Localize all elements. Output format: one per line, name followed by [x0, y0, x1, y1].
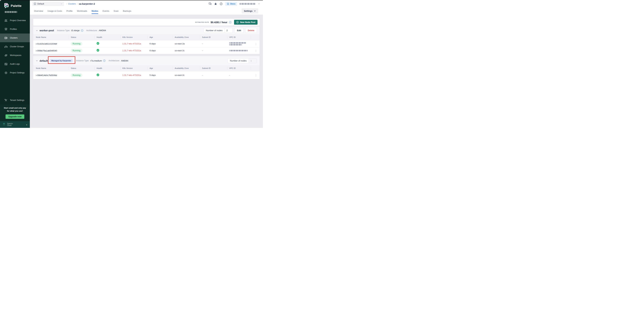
node-pool-worker-pool: worker-pool Instance Type: t3.xlarge i A… — [33, 27, 260, 54]
instance-type-info-icon[interactable]: i — [103, 59, 106, 62]
gear-icon — [4, 71, 8, 74]
vpc-id: - — [229, 74, 253, 76]
tab-events[interactable]: Events — [102, 7, 109, 14]
tab-usage-costs[interactable]: Usage & Costs — [48, 7, 62, 14]
tab-profile[interactable]: Profile — [66, 7, 72, 14]
docs-button[interactable]: Docs — [225, 2, 237, 6]
collapse-sidebar-icon[interactable]: ‹ — [26, 123, 27, 126]
spectro-cloud-brand: Spectro Cloud — [7, 123, 13, 126]
status-badge: Running — [71, 49, 82, 52]
column-availability-zone: Availability Zone — [175, 34, 202, 40]
availability-zone: us-east-2c — [175, 49, 202, 52]
number-of-nodes-input[interactable]: 2 — [224, 28, 232, 33]
breadcrumb-clusters-link[interactable]: Clusters — [68, 3, 76, 5]
layers-icon — [4, 28, 8, 31]
breadcrumb-separator: / — [77, 3, 78, 5]
table-row: i-01420c3d5210204bf Running 1.31.7-eks-4… — [33, 40, 260, 47]
sidebar-item-label: Project Settings — [10, 71, 25, 74]
subnet-id: - — [202, 42, 229, 45]
edit-pool-button[interactable]: Edit — [234, 28, 244, 33]
new-node-pool-button[interactable]: New Node Pool — [234, 20, 258, 25]
collapse-pool-chevron-icon[interactable] — [36, 29, 38, 31]
estimated-rate-label: ESTIMATED RATE — [195, 21, 209, 23]
node-age: 6 days — [150, 42, 175, 45]
sidebar-item-profiles[interactable]: Profiles — [0, 25, 30, 33]
row-menu-icon[interactable]: ⋮ — [253, 74, 260, 77]
breadcrumb: / Clusters / sa-karpenter-2 — [66, 2, 95, 5]
sidebar-item-cluster-groups[interactable]: Cluster Groups — [0, 42, 30, 51]
sidebar-item-label: Project Overview — [10, 19, 26, 22]
instance-type-value: r7a.medium — [90, 59, 102, 62]
project-selector-dropdown[interactable]: Default — [32, 1, 64, 6]
tab-backups[interactable]: Backups — [123, 7, 131, 14]
top-bar: Default / Clusters / sa-karpenter-2 Docs — [30, 0, 263, 7]
chat-feedback-icon[interactable] — [208, 2, 212, 5]
nodes-content: ESTIMATED RATE $0.4281 / hour i New Node… — [30, 14, 263, 128]
help-compass-icon[interactable] — [220, 2, 223, 5]
tab-workloads[interactable]: Workloads — [77, 7, 87, 14]
sidebar-item-project-overview[interactable]: Project Overview — [0, 16, 30, 25]
node-name: i-0984f14b0c7b5506d — [36, 74, 71, 77]
sidebar-item-audit-logs[interactable]: Audit Logs — [0, 60, 30, 68]
instance-type-info-icon[interactable]: i — [81, 29, 83, 32]
sidebar-item-tenant-settings[interactable]: Tenant Settings — [0, 96, 30, 105]
plus-circle-icon — [236, 21, 239, 23]
estimated-rate-value: $0.4281 / hour — [210, 21, 227, 24]
project-name-redacted — [5, 11, 17, 13]
rate-info-icon[interactable]: i — [229, 21, 232, 23]
sidebar-item-clusters[interactable]: Clusters — [0, 33, 30, 42]
upgrade-now-button[interactable]: Upgrade now — [6, 114, 24, 119]
column-age: Age — [150, 34, 175, 40]
health-check-icon — [96, 42, 122, 45]
health-check-icon — [96, 49, 122, 52]
architecture-value: AMD64 — [121, 59, 128, 62]
promo-line-2: for what you use! — [2, 110, 28, 113]
sidebar-item-project-settings[interactable]: Project Settings — [0, 68, 30, 77]
sidebar-item-workspaces[interactable]: Workspaces — [0, 51, 30, 60]
sidebar-nav: Project Overview Profiles Clusters Clust… — [0, 16, 30, 77]
collapse-pool-chevron-icon[interactable] — [36, 60, 38, 62]
column-k8s-version: K8s Version — [122, 34, 150, 40]
breadcrumb-separator: / — [66, 3, 67, 5]
vpc-id-redacted — [229, 50, 253, 51]
spectro-cloud-logo-icon — [2, 123, 6, 126]
logo-text: Palette — [11, 4, 22, 8]
number-of-nodes-input-disabled: 1 — [249, 58, 257, 63]
pool-name: worker-pool — [40, 29, 54, 32]
k8s-version: 1.31.7-eks-473151a — [122, 74, 150, 76]
palette-app-window: Palette Project Overview Profiles Clus — [0, 0, 263, 128]
column-health: Health — [96, 34, 122, 40]
tab-scan[interactable]: Scan — [114, 7, 118, 14]
tab-overview[interactable]: Overview — [34, 7, 43, 14]
vpc-id-redacted — [229, 42, 253, 45]
architecture-label: Architecture: — [108, 59, 120, 62]
row-menu-icon[interactable]: ⋮ — [253, 49, 260, 52]
column-node-name: Node Name — [36, 65, 71, 71]
subnet-id: - — [202, 49, 229, 52]
sidebar-item-label: Tenant Settings — [10, 99, 24, 101]
pool-name: default — [40, 59, 48, 62]
new-node-pool-label: New Node Pool — [240, 21, 255, 23]
bug-report-icon[interactable] — [214, 2, 217, 5]
availability-zone: us-east-2c — [175, 74, 202, 76]
column-node-name: Node Name — [36, 34, 71, 40]
column-vpc-id: VPC ID — [229, 65, 253, 71]
architecture-label: Architecture: — [86, 29, 98, 32]
delete-pool-button[interactable]: Delete — [245, 28, 257, 33]
network-nodes-icon — [4, 45, 8, 48]
nodes-table-header: Node Name Status Health K8s Version Age … — [33, 34, 260, 40]
promo-line-1: Start small and only pay — [2, 107, 28, 110]
node-pool-default: default Managed by Karpenter Instance Ty… — [33, 56, 260, 79]
orbit-icon — [4, 54, 8, 57]
settings-dropdown-button[interactable]: Settings — [242, 8, 258, 13]
mini-chart-icon — [34, 3, 36, 5]
chevron-down-icon — [254, 10, 256, 12]
sidebar-item-label: Clusters — [10, 37, 18, 39]
row-menu-icon[interactable]: ⋮ — [253, 42, 260, 45]
instance-type-label: Instance Type: — [76, 59, 89, 62]
health-check-icon — [96, 73, 122, 77]
tools-icon — [4, 99, 8, 102]
sidebar: Palette Project Overview Profiles Clus — [0, 0, 30, 128]
user-menu-chevron-icon[interactable] — [258, 3, 260, 5]
tab-nodes[interactable]: Nodes — [92, 7, 98, 14]
